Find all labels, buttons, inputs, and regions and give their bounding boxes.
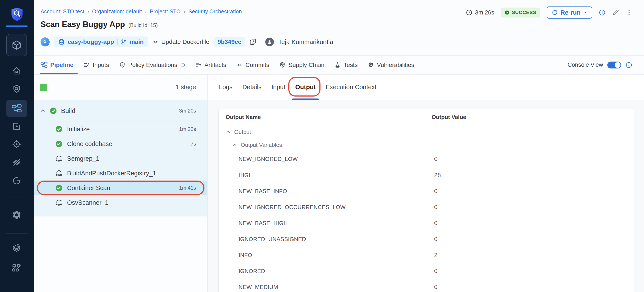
sidebar-item-home[interactable] (6, 63, 27, 79)
sidebar-divider (6, 197, 28, 197)
tab-vulnerabilities[interactable]: Vulnerabilities (368, 56, 414, 74)
output-name: NEW_IGNORED_OCCURRENCES_LOW (238, 204, 346, 210)
copy-icon[interactable] (250, 39, 256, 45)
logo-divider (6, 26, 28, 27)
tab-pipeline[interactable]: Pipeline (40, 56, 73, 74)
commit-message-text[interactable]: Update Dockerfile (161, 39, 210, 45)
header-actions: 3m 26s SUCCESS Re-run (466, 7, 632, 19)
commits-icon (236, 62, 243, 68)
breadcrumb-module[interactable]: Security Orchestration (188, 9, 242, 15)
not-executed-icon (55, 169, 63, 177)
git-branch-icon (120, 39, 126, 45)
status-text: SUCCESS (512, 10, 536, 15)
step-row-container-scan[interactable]: Container Scan 1m 41s (34, 181, 207, 195)
chevron-down-icon (583, 10, 588, 15)
tab-output[interactable]: Output (295, 75, 316, 100)
sidebar-item-targets[interactable] (6, 136, 27, 152)
step-row-clone-codebase[interactable]: Clone codebase 7s (34, 136, 207, 151)
tab-logs[interactable]: Logs (219, 75, 232, 100)
tab-inputs[interactable]: Inputs (83, 56, 109, 74)
group-row-output[interactable]: Output (219, 125, 634, 139)
tab-label: Supply Chain (288, 62, 324, 68)
table-row: NEW_IGNORED_LOW 0 (219, 151, 634, 167)
pipeline-tab-icon (40, 62, 48, 68)
group-bottom-divider (34, 216, 207, 216)
breadcrumb-separator: › (184, 8, 186, 15)
output-name: IGNORED (238, 268, 265, 274)
tab-label: Policy Evaluations (128, 62, 177, 68)
collapse-chevron-icon (226, 129, 231, 134)
success-check-icon (50, 107, 57, 115)
column-output-name: Output Name (226, 114, 261, 120)
breadcrumb-organization[interactable]: Organization: default (92, 9, 142, 15)
success-check-icon (55, 184, 63, 192)
check-circle-icon (504, 10, 510, 15)
stage-tree-header: 1 stage (34, 75, 207, 100)
sidebar-item-pipelines[interactable] (6, 100, 27, 117)
column-output-value: Output Value (432, 114, 466, 120)
tab-details[interactable]: Details (242, 75, 262, 100)
repo-name[interactable]: easy-buggy-app (68, 39, 114, 45)
tab-supply-chain[interactable]: Supply Chain (279, 56, 324, 74)
console-info-icon[interactable] (626, 62, 632, 68)
group-row-output-variables[interactable]: Output Variables (219, 139, 634, 151)
step-name: Semgrep_1 (67, 155, 100, 162)
app-window: Account: STO test › Organization: defaul… (0, 0, 644, 292)
trigger-webhook-icon (40, 37, 50, 46)
sidebar-item-default-settings[interactable] (6, 241, 27, 256)
step-name: OsvScanner_1 (67, 199, 108, 206)
output-value: 0 (434, 204, 438, 211)
target-icon (12, 139, 22, 149)
tab-tests[interactable]: Tests (334, 56, 358, 74)
kebab-menu-icon[interactable] (626, 9, 632, 16)
tab-label: Logs (219, 84, 232, 91)
edit-pencil-icon[interactable] (612, 9, 620, 16)
step-row-build-and-push[interactable]: BuildAndPushDockerRegistry_1 (34, 166, 207, 181)
commit-sha-pill[interactable]: 9b349ce (214, 37, 246, 47)
tab-input[interactable]: Input (272, 75, 286, 100)
branch-name[interactable]: main (130, 39, 144, 45)
execution-duration: 3m 26s (466, 9, 494, 16)
not-executed-icon (55, 155, 63, 163)
step-row-initialize[interactable]: Initialize 1m 22s (34, 122, 207, 136)
supply-chain-icon (279, 62, 286, 68)
tab-artifacts[interactable]: Artifacts (195, 56, 226, 74)
step-name: BuildAndPushDockerRegistry_1 (67, 170, 156, 177)
rerun-button[interactable]: Re-run (547, 7, 592, 19)
execution-header: Account: STO test › Organization: defaul… (34, 0, 644, 56)
output-value: 0 (434, 220, 438, 227)
sidebar-item-org-settings[interactable] (6, 259, 27, 275)
author-name: Teja Kummarikuntla (278, 39, 333, 46)
tab-execution-context[interactable]: Execution Context (326, 75, 376, 100)
output-table-header: Output Name Output Value (219, 109, 634, 125)
vulnerabilities-shield-icon (368, 62, 374, 68)
breadcrumb-account[interactable]: Account: STO test (40, 9, 84, 15)
tab-commits[interactable]: Commits (236, 56, 269, 74)
console-view-label: Console View (568, 62, 603, 68)
tab-policy-evaluations[interactable]: Policy Evaluations (119, 56, 185, 74)
output-name: NEW_BASE_INFO (238, 188, 287, 194)
sidebar-item-exemptions[interactable] (6, 155, 27, 170)
success-check-icon (55, 140, 63, 148)
status-badge: SUCCESS (500, 8, 540, 18)
step-row-osv-scanner[interactable]: OsvScanner_1 (34, 195, 207, 210)
module-switcher-button[interactable] (6, 34, 27, 56)
sidebar-item-executions[interactable] (6, 118, 27, 134)
output-name: HIGH (238, 172, 253, 178)
step-row-semgrep[interactable]: Semgrep_1 (34, 151, 207, 166)
console-view-toggle[interactable] (607, 62, 621, 68)
tab-label: Execution Context (326, 84, 376, 91)
breadcrumb-project[interactable]: Project: STO (150, 9, 180, 15)
tests-flask-icon (334, 62, 341, 68)
collapse-chevron-icon[interactable] (40, 108, 46, 114)
clock-icon (466, 9, 472, 16)
sidebar-item-scans[interactable] (6, 81, 27, 97)
info-icon[interactable] (599, 9, 606, 16)
sidebar-item-settings[interactable] (6, 207, 27, 223)
step-name: Container Scan (67, 185, 110, 192)
repository-icon (58, 39, 65, 45)
tab-label: Pipeline (50, 62, 73, 68)
tab-label: Inputs (92, 62, 109, 68)
stage-row-build[interactable]: Build 3m 20s (34, 100, 207, 122)
sidebar-item-getting-started[interactable] (6, 173, 27, 189)
